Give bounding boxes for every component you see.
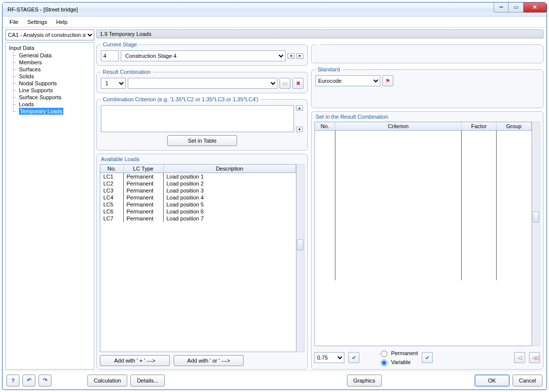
table-row[interactable]: LC7PermanentLoad position 7 — [100, 215, 296, 222]
graphics-button[interactable]: Graphics — [347, 375, 382, 387]
menu-settings[interactable]: Settings — [23, 18, 51, 26]
cancel-button[interactable]: Cancel — [513, 375, 543, 387]
criterion-textarea[interactable] — [101, 105, 294, 132]
result-combination-panel: Set in the Result Combination No. Criter… — [311, 111, 544, 370]
tree-root[interactable]: Input Data — [6, 44, 94, 52]
standard-settings-button[interactable]: ⚑ — [382, 75, 393, 86]
calculation-button[interactable]: Calculation — [87, 375, 127, 387]
menu-bar: File Settings Help — [2, 16, 547, 27]
available-scrollbar[interactable] — [296, 164, 304, 352]
tree-item-label: Solids — [19, 73, 34, 79]
tree-item[interactable]: Surfaces — [6, 66, 94, 73]
blank-top-group: . — [311, 41, 544, 63]
case-selector[interactable]: CA1 - Analysis of construction st — [5, 29, 94, 40]
criterion-scroll-up[interactable]: ▴ — [296, 105, 303, 111]
title-bar: RF-STAGES - [Street bridge] ━ ▭ ✕ — [2, 2, 547, 16]
details-button[interactable]: Details... — [130, 375, 165, 387]
stage-prev-button[interactable]: ◂ — [287, 53, 294, 59]
set-in-table-button[interactable]: Set in Table — [167, 135, 237, 146]
available-loads-panel: Available Loads No. LC Type Description — [96, 154, 308, 370]
tree-item[interactable]: Line Supports — [6, 87, 94, 94]
col-no[interactable]: No. — [100, 165, 123, 173]
table-row[interactable]: LC4PermanentLoad position 4 — [100, 194, 296, 201]
sidebar: CA1 - Analysis of construction st Input … — [5, 29, 94, 370]
add-with-plus-button[interactable]: Add with ' + ' ---> — [100, 355, 170, 366]
prev-page-button[interactable]: ↶ — [22, 375, 35, 387]
close-button[interactable]: ✕ — [524, 2, 547, 12]
radio-variable[interactable]: Variable — [378, 358, 418, 366]
help-button[interactable]: ? — [6, 375, 19, 387]
next-page-button[interactable]: ↷ — [38, 375, 51, 387]
current-stage-group: Current Stage Construction Stage 4 ◂ ▸ — [96, 41, 308, 66]
rc-col-group[interactable]: Group — [497, 122, 532, 131]
factor-input[interactable]: 0.75 — [314, 352, 344, 363]
tree-item[interactable]: Loads — [6, 101, 94, 108]
delete-combination-button[interactable]: ✖ — [292, 78, 303, 89]
available-loads-table[interactable]: No. LC Type Description LC1PermanentLoad… — [100, 164, 296, 352]
criterion-group: Combination Criterion (e.g. '1.35*LC2 or… — [96, 96, 308, 151]
tree-item-label: General Data — [19, 52, 51, 58]
standard-select[interactable]: Eurocode — [315, 75, 380, 86]
tree-item-label: Surface Supports — [19, 94, 61, 100]
check-icon: ✔ — [425, 355, 430, 361]
nav-tree: Input Data General DataMembersSurfacesSo… — [5, 42, 94, 370]
available-loads-title: Available Loads — [100, 156, 304, 164]
table-row[interactable]: LC1PermanentLoad position 1 — [100, 173, 296, 181]
col-description[interactable]: Description — [163, 165, 296, 173]
new-combination-button[interactable]: ▭ — [279, 78, 290, 89]
tree-item[interactable]: Temporary Loads — [6, 108, 94, 115]
table-row[interactable]: LC5PermanentLoad position 5 — [100, 201, 296, 208]
result-combination-title: Set in the Result Combination — [314, 114, 540, 122]
apply-factor-button[interactable]: ✔ — [348, 352, 359, 363]
table-row[interactable]: LC6PermanentLoad position 6 — [100, 208, 296, 215]
delete-icon: ✖ — [296, 80, 300, 87]
folder-icon: ▭ — [282, 80, 287, 87]
flag-icon: ⚑ — [385, 78, 390, 84]
add-with-or-button[interactable]: Add with ' or ' ---> — [174, 355, 244, 366]
apply-type-button[interactable]: ✔ — [422, 352, 433, 363]
tree-item[interactable]: General Data — [6, 52, 94, 59]
rc-col-criterion[interactable]: Criterion — [335, 122, 461, 131]
current-stage-legend: Current Stage — [101, 41, 139, 47]
tree-item-label: Temporary Loads — [19, 108, 63, 115]
combination-name-select[interactable] — [128, 78, 277, 89]
remove-one-button[interactable]: ◁ — [514, 352, 525, 363]
arrow-left-icon: ↶ — [27, 377, 31, 384]
ok-button[interactable]: OK — [475, 375, 510, 387]
app-window: RF-STAGES - [Street bridge] ━ ▭ ✕ File S… — [2, 2, 547, 390]
remove-all-button[interactable]: ◁◁ — [529, 352, 540, 363]
standard-group: Standard Eurocode ⚑ — [311, 66, 544, 108]
tree-item-label: Surfaces — [19, 66, 40, 72]
tree-item-label: Line Supports — [19, 87, 53, 93]
table-row[interactable]: LC3PermanentLoad position 3 — [100, 187, 296, 194]
minimize-button[interactable]: ━ — [494, 2, 509, 12]
stage-next-button[interactable]: ▸ — [296, 53, 303, 59]
check-icon: ✔ — [352, 355, 356, 361]
criterion-scroll-down[interactable]: ▾ — [296, 127, 303, 132]
table-row[interactable]: LC2PermanentLoad position 2 — [100, 180, 296, 187]
result-combination-legend: Result Combination — [101, 69, 153, 75]
arrow-right-icon: ↷ — [43, 377, 47, 384]
radio-permanent[interactable]: Permanent — [378, 349, 418, 357]
standard-legend: Standard — [315, 66, 342, 72]
help-icon: ? — [11, 378, 15, 384]
maximize-button[interactable]: ▭ — [509, 2, 524, 12]
menu-help[interactable]: Help — [52, 18, 71, 26]
rc-col-factor[interactable]: Factor — [462, 122, 497, 131]
tree-item[interactable]: Nodal Supports — [6, 80, 94, 87]
tree-item-label: Loads — [19, 101, 34, 107]
stage-select[interactable]: Construction Stage 4 — [121, 50, 285, 61]
tree-item[interactable]: Members — [6, 59, 94, 66]
result-scrollbar[interactable] — [532, 122, 540, 346]
stage-number-input[interactable] — [101, 50, 119, 61]
content-title: 1.9 Temporary Loads — [96, 29, 544, 38]
content-area: 1.9 Temporary Loads Current Stage Constr… — [96, 29, 544, 370]
tree-item[interactable]: Solids — [6, 73, 94, 80]
combination-number-select[interactable]: 1 — [101, 78, 126, 89]
tree-item[interactable]: Surface Supports — [6, 94, 94, 101]
rc-col-no[interactable]: No. — [315, 122, 335, 131]
menu-file[interactable]: File — [5, 18, 22, 26]
col-lctype[interactable]: LC Type — [123, 165, 163, 173]
result-combination-table[interactable]: No. Criterion Factor Group — [314, 122, 532, 346]
result-combination-group: Result Combination 1 ▭ ✖ — [96, 69, 308, 93]
